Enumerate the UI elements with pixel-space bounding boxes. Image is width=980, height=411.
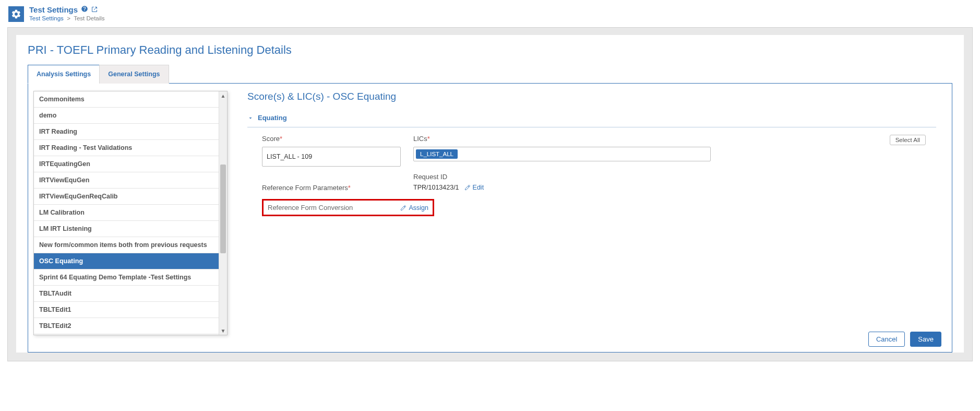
list-item[interactable]: OSC Equating — [34, 253, 219, 269]
edit-icon — [400, 205, 407, 211]
page-title: PRI - TOEFL Primary Reading and Listenin… — [28, 43, 952, 57]
chevron-down-icon — [247, 115, 254, 121]
scroll-thumb[interactable] — [220, 165, 226, 253]
list-item[interactable]: LM IRT Listening — [34, 221, 219, 237]
tab-general-settings[interactable]: General Settings — [99, 65, 169, 84]
list-item[interactable]: IRTEquatingGen — [34, 156, 219, 172]
list-item[interactable]: IRTViewEquGen — [34, 172, 219, 189]
breadcrumb-root-link[interactable]: Test Settings — [29, 15, 64, 21]
list-item[interactable]: IRT Reading — [34, 124, 219, 140]
save-button[interactable]: Save — [910, 332, 941, 347]
reference-form-conversion-label: Reference Form Conversion — [268, 204, 353, 212]
external-link-icon[interactable] — [91, 5, 98, 14]
list-item[interactable]: Commonitems — [34, 91, 219, 108]
scroll-up-icon[interactable]: ▲ — [219, 91, 227, 100]
list-item[interactable]: IRTViewEquGenReqCalib — [34, 189, 219, 205]
edit-link[interactable]: Edit — [464, 184, 484, 191]
assign-link[interactable]: Assign — [400, 204, 428, 212]
select-all-button[interactable]: Select All — [890, 135, 926, 145]
page-header-title: Test Settings — [29, 5, 78, 14]
list-item[interactable]: TBLTEditOptions — [34, 334, 219, 335]
lics-chip[interactable]: L_LIST_ALL — [416, 149, 458, 159]
tab-analysis-settings[interactable]: Analysis Settings — [28, 65, 100, 84]
list-item[interactable]: TBLTEdit1 — [34, 302, 219, 318]
gear-icon — [8, 6, 24, 22]
score-label: Score* — [262, 135, 413, 143]
scrollbar[interactable]: ▲ ▼ — [219, 91, 227, 335]
lics-label: LICs* — [413, 135, 936, 143]
tabs: Analysis Settings General Settings — [28, 64, 952, 84]
scroll-down-icon[interactable]: ▼ — [219, 326, 227, 335]
score-select[interactable] — [262, 147, 401, 167]
edit-icon — [464, 184, 471, 191]
help-icon[interactable] — [81, 5, 88, 14]
list-item[interactable]: LM Calibration — [34, 205, 219, 221]
section-title: Score(s) & LIC(s) - OSC Equating — [247, 91, 936, 102]
cancel-button[interactable]: Cancel — [868, 332, 905, 347]
request-id-value: TPR/1013423/1 — [413, 184, 459, 191]
reference-form-conversion-highlight: Reference Form Conversion Assign — [262, 199, 434, 216]
breadcrumb: Test Settings > Test Details — [29, 15, 105, 21]
list-item[interactable]: New form/common items both from previous… — [34, 237, 219, 253]
list-item[interactable]: demo — [34, 108, 219, 124]
breadcrumb-current: Test Details — [74, 15, 104, 21]
request-id-label: Request ID — [413, 173, 936, 181]
reference-form-parameters-label: Reference Form Parameters* — [262, 184, 413, 192]
template-listbox[interactable]: CommonitemsdemoIRT ReadingIRT Reading - … — [33, 91, 228, 335]
list-item[interactable]: TBLTAudit — [34, 286, 219, 302]
accordion-equating[interactable]: Equating — [247, 112, 936, 127]
lics-multiselect[interactable]: L_LIST_ALL — [413, 147, 711, 161]
list-item[interactable]: TBLTEdit2 — [34, 318, 219, 334]
list-item[interactable]: IRT Reading - Test Validations — [34, 140, 219, 156]
list-item[interactable]: Sprint 64 Equating Demo Template -Test S… — [34, 269, 219, 286]
